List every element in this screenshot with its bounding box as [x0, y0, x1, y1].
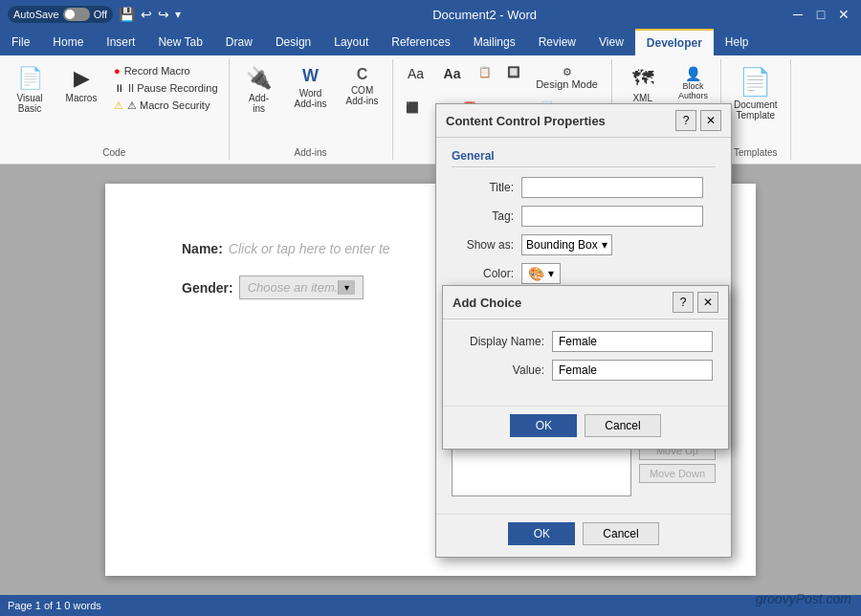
- show-as-value: Bounding Box: [526, 238, 598, 252]
- tab-review[interactable]: Review: [527, 29, 587, 55]
- ribbon-tabs: File Home Insert New Tab Draw Design Lay…: [0, 29, 861, 55]
- block-author-button[interactable]: 👤 BlockAuthors: [672, 63, 715, 103]
- content-control-close-button[interactable]: ✕: [700, 110, 721, 131]
- visual-basic-button[interactable]: 📄 VisualBasic: [6, 63, 54, 117]
- add-choice-dialog: Add Choice ? ✕ Display Name: Value: OK C…: [442, 285, 729, 450]
- maximize-button[interactable]: □: [811, 5, 830, 24]
- color-label: Color:: [452, 267, 514, 280]
- add-choice-footer: OK Cancel: [443, 406, 728, 449]
- move-down-button[interactable]: Move Down: [639, 464, 716, 483]
- content-control-controls: ? ✕: [675, 110, 721, 131]
- name-placeholder[interactable]: Click or tap here to enter te: [229, 241, 390, 256]
- color-picker-button[interactable]: 🎨 ▾: [521, 263, 561, 284]
- add-choice-close-button[interactable]: ✕: [697, 292, 718, 313]
- value-input[interactable]: [552, 360, 713, 381]
- show-as-label: Show as:: [452, 238, 514, 252]
- add-choice-title: Add Choice: [453, 296, 521, 310]
- visual-basic-icon: 📄: [17, 66, 43, 91]
- tag-input[interactable]: [521, 206, 703, 227]
- close-button[interactable]: ✕: [834, 5, 853, 24]
- tab-file[interactable]: File: [0, 29, 41, 55]
- display-name-row: Display Name:: [458, 331, 713, 352]
- display-name-input[interactable]: [552, 331, 713, 352]
- show-as-row: Show as: Bounding Box ▾: [452, 234, 716, 255]
- ctrl3-button[interactable]: ⬛: [399, 99, 426, 128]
- record-icon: ●: [114, 65, 121, 77]
- tab-newtab[interactable]: New Tab: [146, 29, 213, 55]
- autosave-toggle[interactable]: [63, 8, 90, 21]
- status-text: Page 1 of 1 0 words: [8, 600, 101, 611]
- addins-group-label: Add-ins: [235, 145, 386, 160]
- tab-mailings[interactable]: Mailings: [462, 29, 527, 55]
- ctrl1-icon: 📋: [478, 66, 492, 78]
- ctrl1-button[interactable]: 📋: [472, 63, 498, 93]
- minimize-button[interactable]: ─: [788, 5, 807, 24]
- com-addins-button[interactable]: C COMAdd-ins: [339, 63, 386, 109]
- save-icon[interactable]: 💾: [119, 7, 135, 22]
- content-control-cancel-button[interactable]: Cancel: [583, 522, 658, 545]
- aa-large-button[interactable]: Aa: [435, 63, 470, 93]
- general-section-header: General: [452, 149, 716, 167]
- aa-small-button[interactable]: Aa: [399, 63, 433, 93]
- name-label: Name:: [182, 241, 223, 256]
- tab-references[interactable]: References: [380, 29, 461, 55]
- add-choice-controls: ? ✕: [673, 292, 718, 313]
- title-row: Title:: [452, 177, 716, 198]
- value-row: Value:: [458, 360, 713, 381]
- value-label: Value:: [458, 363, 544, 377]
- redo-icon[interactable]: ↪: [158, 7, 169, 22]
- content-control-title-bar: Content Control Properties ? ✕: [436, 104, 731, 138]
- word-icon: W: [302, 66, 319, 86]
- show-as-chevron: ▾: [602, 238, 607, 252]
- show-as-select[interactable]: Bounding Box ▾: [521, 234, 612, 255]
- color-chevron: ▾: [548, 267, 554, 280]
- gender-dropdown[interactable]: Choose an item. ▾: [239, 275, 364, 299]
- add-choice-body: Display Name: Value:: [443, 319, 728, 400]
- title-input[interactable]: [521, 177, 703, 198]
- app-title: Document2 - Word: [432, 8, 537, 22]
- gender-dropdown-text: Choose an item.: [248, 280, 339, 295]
- tab-draw[interactable]: Draw: [214, 29, 264, 55]
- status-bar: Page 1 of 1 0 words: [0, 595, 861, 616]
- addins-button[interactable]: 🔌 Add-ins: [235, 63, 283, 117]
- aa-large-icon: Aa: [444, 66, 461, 81]
- ribbon-group-code: 📄 VisualBasic ▶ Macros ● Record Macro: [0, 59, 230, 160]
- warning-icon: ⚠: [114, 99, 123, 112]
- macros-button[interactable]: ▶ Macros: [57, 63, 105, 106]
- customize-icon[interactable]: ▾: [175, 8, 181, 21]
- ctrl2-button[interactable]: 🔲: [500, 63, 527, 93]
- tab-home[interactable]: Home: [41, 29, 95, 55]
- display-name-label: Display Name:: [458, 335, 544, 348]
- com-icon: C: [357, 66, 368, 83]
- autosave-badge: AutoSave Off: [8, 6, 113, 23]
- add-choice-help-button[interactable]: ?: [673, 292, 694, 313]
- ctrl2-icon: 🔲: [507, 66, 520, 78]
- document-template-button[interactable]: 📄 DocumentTemplate: [727, 63, 784, 123]
- tab-view[interactable]: View: [587, 29, 635, 55]
- content-control-ok-button[interactable]: OK: [508, 522, 575, 545]
- add-choice-title-bar: Add Choice ? ✕: [443, 286, 728, 319]
- tab-help[interactable]: Help: [714, 29, 761, 55]
- record-macro-button[interactable]: ● Record Macro: [109, 63, 223, 78]
- content-control-footer: OK Cancel: [436, 514, 731, 557]
- tag-row: Tag:: [452, 206, 716, 227]
- macro-security-button[interactable]: ⚠ ⚠ Macro Security: [109, 98, 223, 114]
- add-choice-ok-button[interactable]: OK: [510, 414, 577, 437]
- color-swatch: 🎨: [528, 266, 544, 281]
- window-controls: ─ □ ✕: [788, 5, 853, 24]
- autosave-label: AutoSave: [13, 9, 59, 20]
- tab-layout[interactable]: Layout: [322, 29, 380, 55]
- title-bar: AutoSave Off 💾 ↩ ↪ ▾ Document2 - Word ─ …: [0, 0, 861, 29]
- tab-developer[interactable]: Developer: [635, 29, 714, 55]
- undo-icon[interactable]: ↩: [141, 7, 152, 22]
- tab-design[interactable]: Design: [264, 29, 322, 55]
- document-area: Name: Click or tap here to enter te Gend…: [0, 165, 861, 595]
- content-control-help-button[interactable]: ?: [675, 110, 696, 131]
- word-addins-button[interactable]: W WordAdd-ins: [287, 63, 335, 112]
- pause-icon: ⏸: [114, 82, 124, 94]
- add-choice-cancel-button[interactable]: Cancel: [585, 414, 660, 437]
- dropdown-arrow-icon[interactable]: ▾: [338, 280, 355, 295]
- pause-recording-button[interactable]: ⏸ II Pause Recording: [109, 80, 223, 96]
- design-mode-button[interactable]: ⚙ Design Mode: [529, 63, 606, 93]
- tab-insert[interactable]: Insert: [95, 29, 146, 55]
